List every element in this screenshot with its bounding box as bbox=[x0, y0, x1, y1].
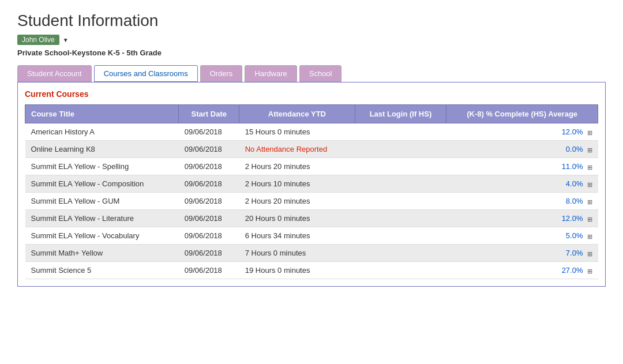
table-row: Summit ELA Yellow - Vocabulary09/06/2018… bbox=[25, 227, 598, 245]
col-header-attendance_ytd: Attendance YTD bbox=[239, 105, 355, 123]
cell-start-date: 09/06/2018 bbox=[179, 210, 239, 227]
cell-course-title: Online Learning K8 bbox=[25, 141, 179, 158]
table-row: Summit ELA Yellow - Spelling09/06/20182 … bbox=[25, 158, 598, 175]
cell-course-title: Summit Science 5 bbox=[25, 262, 179, 279]
cell-attendance-ytd: 20 Hours 0 minutes bbox=[239, 210, 355, 227]
cell-start-date: 09/06/2018 bbox=[179, 227, 239, 245]
cell-last-login bbox=[355, 210, 446, 227]
cell-pct-complete: 0.0%⊞ bbox=[446, 141, 598, 158]
edit-icon[interactable]: ⊞ bbox=[586, 198, 592, 205]
table-row: Summit ELA Yellow - Composition09/06/201… bbox=[25, 175, 598, 193]
cell-start-date: 09/06/2018 bbox=[179, 193, 239, 210]
edit-icon[interactable]: ⊞ bbox=[586, 216, 592, 223]
cell-start-date: 09/06/2018 bbox=[179, 158, 239, 175]
edit-icon[interactable]: ⊞ bbox=[586, 233, 592, 240]
cell-attendance-ytd: 6 Hours 34 minutes bbox=[239, 227, 355, 245]
cell-attendance-ytd: 2 Hours 10 minutes bbox=[239, 175, 355, 193]
cell-start-date: 09/06/2018 bbox=[179, 123, 239, 141]
page-title: Student Information bbox=[17, 12, 606, 30]
cell-start-date: 09/06/2018 bbox=[179, 245, 239, 262]
tab-school[interactable]: School bbox=[299, 65, 342, 82]
tab-student-account[interactable]: Student Account bbox=[17, 65, 92, 82]
cell-pct-complete: 8.0%⊞ bbox=[446, 193, 598, 210]
cell-last-login bbox=[355, 141, 446, 158]
cell-start-date: 09/06/2018 bbox=[179, 175, 239, 193]
cell-last-login bbox=[355, 123, 446, 141]
table-row: Summit Math+ Yellow09/06/20187 Hours 0 m… bbox=[25, 245, 598, 262]
table-row: Summit ELA Yellow - Literature09/06/2018… bbox=[25, 210, 598, 227]
col-header-pct_complete: (K-8) % Complete (HS) Average bbox=[446, 105, 598, 123]
tab-hardware[interactable]: Hardware bbox=[245, 65, 297, 82]
table-row: Online Learning K809/06/2018No Attendanc… bbox=[25, 141, 598, 158]
cell-start-date: 09/06/2018 bbox=[179, 262, 239, 279]
col-header-course_title: Course Title bbox=[25, 105, 179, 123]
cell-pct-complete: 5.0%⊞ bbox=[446, 227, 598, 245]
cell-course-title: American History A bbox=[25, 123, 179, 141]
cell-course-title: Summit ELA Yellow - GUM bbox=[25, 193, 179, 210]
table-row: Summit Science 509/06/201819 Hours 0 min… bbox=[25, 262, 598, 279]
cell-start-date: 09/06/2018 bbox=[179, 141, 239, 158]
dropdown-arrow-icon[interactable]: ▼ bbox=[63, 37, 69, 43]
tabs-container: Student AccountCourses and ClassroomsOrd… bbox=[17, 65, 606, 82]
edit-icon[interactable]: ⊞ bbox=[586, 181, 592, 188]
tab-orders[interactable]: Orders bbox=[200, 65, 243, 82]
cell-last-login bbox=[355, 193, 446, 210]
tab-courses-classrooms[interactable]: Courses and Classrooms bbox=[94, 65, 198, 82]
school-info: Private School-Keystone K-5 - 5th Grade bbox=[17, 48, 606, 57]
cell-pct-complete: 27.0%⊞ bbox=[446, 262, 598, 279]
cell-pct-complete: 12.0%⊞ bbox=[446, 123, 598, 141]
cell-attendance-ytd: 15 Hours 0 minutes bbox=[239, 123, 355, 141]
edit-icon[interactable]: ⊞ bbox=[586, 268, 592, 275]
courses-table: Course TitleStart DateAttendance YTDLast… bbox=[25, 104, 598, 279]
cell-course-title: Summit ELA Yellow - Spelling bbox=[25, 158, 179, 175]
edit-icon[interactable]: ⊞ bbox=[586, 250, 592, 257]
table-row: American History A09/06/201815 Hours 0 m… bbox=[25, 123, 598, 141]
cell-attendance-ytd: 19 Hours 0 minutes bbox=[239, 262, 355, 279]
section-title: Current Courses bbox=[25, 89, 598, 99]
cell-course-title: Summit ELA Yellow - Composition bbox=[25, 175, 179, 193]
cell-last-login bbox=[355, 262, 446, 279]
cell-attendance-ytd: 2 Hours 20 minutes bbox=[239, 158, 355, 175]
edit-icon[interactable]: ⊞ bbox=[586, 164, 592, 171]
cell-last-login bbox=[355, 245, 446, 262]
cell-last-login bbox=[355, 158, 446, 175]
col-header-start_date: Start Date bbox=[179, 105, 239, 123]
cell-attendance-ytd: No Attendance Reported bbox=[239, 141, 355, 158]
student-name-row: John Olive ▼ bbox=[17, 35, 606, 45]
cell-pct-complete: 11.0%⊞ bbox=[446, 158, 598, 175]
edit-icon[interactable]: ⊞ bbox=[586, 147, 592, 153]
cell-last-login bbox=[355, 175, 446, 193]
cell-attendance-ytd: 2 Hours 20 minutes bbox=[239, 193, 355, 210]
edit-icon[interactable]: ⊞ bbox=[586, 129, 592, 136]
cell-attendance-ytd: 7 Hours 0 minutes bbox=[239, 245, 355, 262]
cell-course-title: Summit ELA Yellow - Literature bbox=[25, 210, 179, 227]
col-header-last_login: Last Login (If HS) bbox=[355, 105, 446, 123]
cell-course-title: Summit ELA Yellow - Vocabulary bbox=[25, 227, 179, 245]
student-name-link[interactable]: John Olive bbox=[17, 35, 59, 45]
content-area: Current Courses Course TitleStart DateAt… bbox=[17, 82, 606, 287]
cell-last-login bbox=[355, 227, 446, 245]
cell-pct-complete: 12.0%⊞ bbox=[446, 210, 598, 227]
cell-course-title: Summit Math+ Yellow bbox=[25, 245, 179, 262]
cell-pct-complete: 7.0%⊞ bbox=[446, 245, 598, 262]
cell-pct-complete: 4.0%⊞ bbox=[446, 175, 598, 193]
table-row: Summit ELA Yellow - GUM09/06/20182 Hours… bbox=[25, 193, 598, 210]
